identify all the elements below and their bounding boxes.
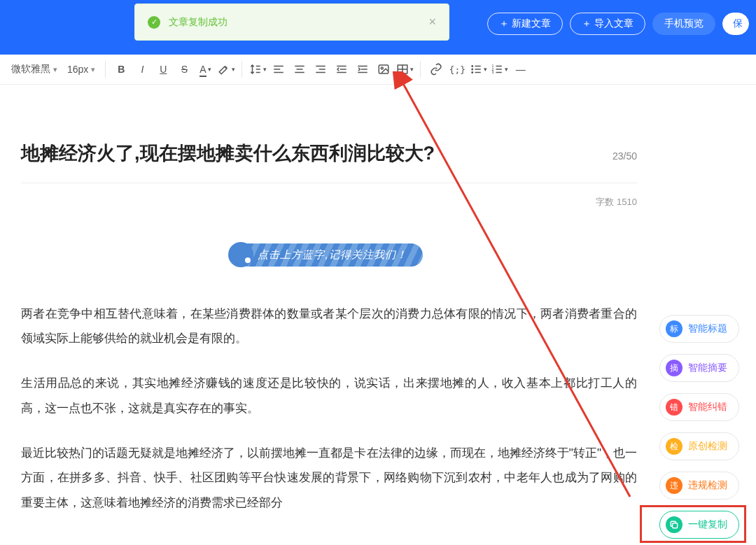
banner-text: 点击上方蓝字,记得关注我们！ bbox=[235, 243, 422, 267]
divider bbox=[420, 61, 421, 78]
check-icon: ✓ bbox=[148, 16, 160, 29]
side-pill-label: 智能摘要 bbox=[688, 362, 727, 374]
side-pill-label: 原创检测 bbox=[688, 440, 727, 453]
table-icon bbox=[396, 63, 409, 76]
image-icon bbox=[377, 63, 390, 76]
side-pill-label: 违规检测 bbox=[688, 479, 727, 492]
align-center-button[interactable] bbox=[290, 59, 309, 80]
text-color-button[interactable]: A ▾ bbox=[195, 59, 215, 80]
svg-point-16 bbox=[382, 67, 384, 69]
align-center-icon bbox=[293, 63, 306, 76]
highlight-button[interactable]: ▾ bbox=[216, 59, 236, 80]
side-pill-4[interactable]: 违违规检测 bbox=[659, 472, 739, 500]
svg-text:3: 3 bbox=[491, 70, 493, 74]
list-ol-icon: 123 bbox=[491, 63, 503, 76]
divider-insert-button[interactable]: — bbox=[510, 59, 530, 80]
badge-icon: 标 bbox=[666, 320, 682, 337]
side-pill-2[interactable]: 错智能纠错 bbox=[659, 393, 739, 421]
divider bbox=[241, 61, 242, 78]
link-icon bbox=[430, 63, 442, 76]
side-pill-1[interactable]: 摘智能摘要 bbox=[659, 354, 739, 382]
side-pill-label: 智能纠错 bbox=[688, 401, 727, 413]
align-right-icon bbox=[314, 63, 327, 76]
font-size-select[interactable]: 16px ▾ bbox=[63, 62, 99, 76]
link-button[interactable] bbox=[426, 59, 446, 80]
ordered-list-button[interactable]: 123 ▾ bbox=[489, 59, 509, 80]
hr-icon: — bbox=[516, 64, 525, 75]
font-family-value: 微软雅黑 bbox=[11, 63, 50, 76]
align-right-button[interactable] bbox=[311, 59, 330, 80]
align-left-button[interactable] bbox=[269, 59, 288, 80]
table-button[interactable]: ▾ bbox=[395, 59, 414, 80]
svg-rect-32 bbox=[673, 523, 678, 528]
word-count: 字数 1510 bbox=[21, 183, 637, 229]
side-pill-label: 智能标题 bbox=[688, 323, 727, 335]
bold-button[interactable]: B bbox=[111, 59, 131, 80]
align-left-icon bbox=[272, 63, 285, 76]
chevron-down-icon: ▾ bbox=[263, 66, 267, 73]
article: 地摊经济火了,现在摆地摊卖什么东西利润比较大? 23/50 字数 1510 点击… bbox=[21, 141, 637, 516]
chevron-down-icon: ▾ bbox=[505, 66, 508, 73]
follow-banner[interactable]: 点击上方蓝字,记得关注我们！ bbox=[235, 243, 422, 267]
divider bbox=[105, 61, 106, 78]
unordered-list-button[interactable]: ▾ bbox=[468, 59, 488, 80]
badge-icon: 摘 bbox=[666, 360, 682, 376]
import-article-label: 导入文章 bbox=[594, 17, 634, 30]
indent-increase-button[interactable] bbox=[353, 59, 372, 80]
line-height-icon bbox=[249, 63, 262, 76]
side-pill-label: 一键复制 bbox=[688, 518, 727, 531]
code-icon: {;} bbox=[449, 64, 465, 75]
paragraph-1[interactable]: 两者在竞争中相互替代意味着，在某些消费群体的数量或者某个层次的消费力总体有限的情… bbox=[21, 302, 637, 351]
chevron-down-icon: ▾ bbox=[484, 66, 487, 73]
font-size-value: 16px bbox=[67, 64, 88, 75]
success-toast: ✓ 文章复制成功 × bbox=[134, 3, 449, 41]
indent-decrease-icon bbox=[335, 63, 348, 76]
chevron-down-icon: ▾ bbox=[91, 65, 95, 74]
paragraph-2[interactable]: 生活用品总的来说，其实地摊经济赚钱的速度还是比较快的，说实话，出来摆地摊的人，收… bbox=[21, 371, 637, 420]
chevron-down-icon: ▾ bbox=[410, 66, 414, 73]
badge-icon: 错 bbox=[666, 399, 682, 416]
svg-point-22 bbox=[472, 72, 473, 73]
toast-message: 文章复制成功 bbox=[169, 16, 428, 29]
editor-area[interactable]: 地摊经济火了,现在摆地摊卖什么东西利润比较大? 23/50 字数 1510 点击… bbox=[0, 141, 756, 516]
highlight-icon bbox=[218, 63, 230, 76]
copy-icon bbox=[666, 516, 682, 533]
save-label: 保 bbox=[733, 17, 743, 30]
new-article-button[interactable]: ＋新建文章 bbox=[487, 13, 563, 35]
indent-increase-icon bbox=[356, 63, 369, 76]
side-actions: 标智能标题摘智能摘要错智能纠错检原创检测违违规检测一键复制 bbox=[659, 315, 739, 539]
italic-button[interactable]: I bbox=[132, 59, 152, 80]
font-family-select[interactable]: 微软雅黑 ▾ bbox=[7, 62, 62, 77]
import-article-button[interactable]: ＋导入文章 bbox=[570, 13, 645, 35]
plus-icon: ＋ bbox=[499, 17, 509, 30]
title-char-count: 23/50 bbox=[612, 150, 637, 162]
chevron-down-icon: ▾ bbox=[53, 65, 57, 74]
banner-wrap: 点击上方蓝字,记得关注我们！ bbox=[21, 243, 637, 267]
close-icon[interactable]: × bbox=[428, 15, 436, 29]
image-button[interactable] bbox=[374, 59, 393, 80]
indent-decrease-button[interactable] bbox=[332, 59, 351, 80]
mobile-preview-button[interactable]: 手机预览 bbox=[652, 13, 715, 35]
save-button[interactable]: 保 bbox=[722, 13, 749, 35]
underline-button[interactable]: U bbox=[153, 59, 173, 80]
header-buttons: ＋新建文章 ＋导入文章 手机预览 保 bbox=[487, 13, 756, 35]
side-pill-0[interactable]: 标智能标题 bbox=[659, 315, 739, 343]
side-pill-3[interactable]: 检原创检测 bbox=[659, 432, 739, 460]
paragraph-3[interactable]: 最近比较热门的话题无疑就是地摊经济了，以前摆地摊一直都是卡在法律的边缘，而现在，… bbox=[21, 441, 637, 516]
badge-icon: 检 bbox=[666, 438, 682, 455]
chevron-down-icon: ▾ bbox=[208, 66, 211, 73]
list-ul-icon bbox=[470, 63, 482, 76]
new-article-label: 新建文章 bbox=[512, 17, 551, 30]
code-button[interactable]: {;} bbox=[447, 59, 467, 80]
mobile-preview-label: 手机预览 bbox=[664, 17, 704, 30]
side-pill-5[interactable]: 一键复制 bbox=[659, 511, 739, 539]
badge-icon: 违 bbox=[666, 477, 682, 494]
editor-toolbar: 微软雅黑 ▾ 16px ▾ B I U S A ▾ ▾ ▾ ▾ bbox=[0, 55, 756, 85]
line-height-button[interactable]: ▾ bbox=[248, 59, 267, 80]
article-title[interactable]: 地摊经济火了,现在摆地摊卖什么东西利润比较大? bbox=[21, 141, 598, 167]
svg-point-20 bbox=[472, 66, 473, 67]
chevron-down-icon: ▾ bbox=[232, 66, 235, 73]
plus-icon: ＋ bbox=[582, 17, 592, 30]
strikethrough-button[interactable]: S bbox=[174, 59, 194, 80]
svg-point-21 bbox=[472, 69, 473, 70]
